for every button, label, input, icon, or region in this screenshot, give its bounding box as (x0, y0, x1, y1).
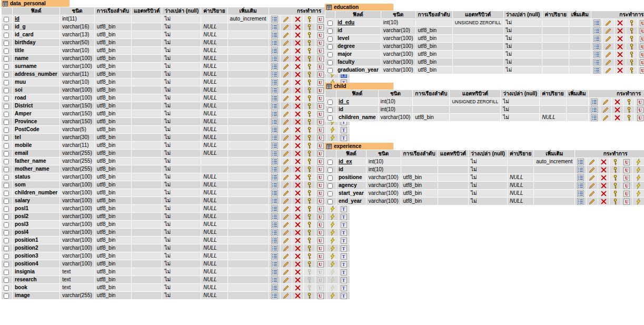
primary-key-icon[interactable] (306, 253, 313, 260)
edit-pencil-icon[interactable] (283, 134, 290, 141)
edit-pencil-icon[interactable] (283, 245, 290, 252)
row-checkbox[interactable] (4, 33, 9, 38)
unique-index-icon[interactable]: U (318, 198, 324, 204)
browse-icon[interactable] (271, 63, 278, 70)
row-checkbox[interactable] (4, 206, 9, 212)
drop-x-icon[interactable] (600, 159, 607, 165)
fulltext-icon[interactable]: T (341, 261, 348, 268)
browse-icon[interactable] (271, 134, 278, 141)
edit-pencil-icon[interactable] (602, 114, 609, 121)
row-checkbox[interactable] (4, 17, 9, 22)
drop-x-icon[interactable] (294, 292, 301, 299)
unique-index-icon[interactable]: U (318, 79, 324, 86)
edit-pencil-icon[interactable] (589, 182, 596, 189)
row-checkbox[interactable] (4, 56, 9, 62)
index-lightning-icon[interactable] (329, 261, 336, 268)
primary-key-icon[interactable] (306, 261, 313, 268)
browse-icon[interactable] (593, 27, 600, 34)
edit-pencil-icon[interactable] (283, 119, 290, 125)
drop-x-icon[interactable] (617, 19, 623, 26)
drop-x-icon[interactable] (600, 190, 607, 197)
unique-index-icon[interactable]: U (318, 166, 324, 173)
unique-index-icon[interactable]: U (318, 150, 324, 157)
edit-pencil-icon[interactable] (605, 51, 612, 58)
unique-index-icon[interactable]: U (318, 261, 324, 268)
edit-pencil-icon[interactable] (589, 166, 596, 173)
edit-pencil-icon[interactable] (283, 284, 290, 291)
drop-x-icon[interactable] (294, 79, 301, 86)
edit-pencil-icon[interactable] (283, 229, 290, 236)
index-lightning-icon[interactable] (329, 245, 336, 252)
primary-key-icon[interactable] (306, 79, 313, 86)
drop-x-icon[interactable] (294, 32, 301, 38)
edit-pencil-icon[interactable] (283, 205, 290, 212)
unique-index-icon[interactable]: U (318, 40, 324, 46)
browse-icon[interactable] (271, 150, 278, 157)
browse-icon[interactable] (271, 158, 278, 165)
drop-x-icon[interactable] (294, 95, 301, 102)
edit-pencil-icon[interactable] (283, 269, 290, 275)
drop-x-icon[interactable] (294, 24, 301, 31)
edit-pencil-icon[interactable] (605, 27, 612, 34)
row-checkbox[interactable] (328, 60, 333, 65)
row-checkbox[interactable] (4, 167, 9, 172)
edit-pencil-icon[interactable] (283, 32, 290, 38)
index-lightning-icon[interactable] (635, 166, 642, 173)
drop-x-icon[interactable] (294, 205, 301, 212)
unique-index-icon[interactable]: U (318, 87, 324, 94)
edit-pencil-icon[interactable] (589, 190, 596, 197)
drop-x-icon[interactable] (294, 198, 301, 204)
primary-key-icon[interactable] (628, 35, 635, 42)
row-checkbox[interactable] (4, 222, 9, 228)
drop-x-icon[interactable] (617, 51, 623, 58)
browse-icon[interactable] (591, 114, 598, 121)
browse-icon[interactable] (271, 119, 278, 125)
primary-key-icon[interactable] (306, 40, 313, 46)
unique-index-icon[interactable]: U (318, 253, 324, 260)
drop-x-icon[interactable] (614, 114, 621, 121)
primary-key-icon[interactable] (626, 114, 632, 121)
unique-index-icon[interactable]: U (318, 126, 324, 133)
edit-pencil-icon[interactable] (283, 79, 290, 86)
drop-x-icon[interactable] (600, 182, 607, 189)
browse-icon[interactable] (271, 55, 278, 62)
drop-x-icon[interactable] (294, 55, 301, 62)
browse-icon[interactable] (271, 32, 278, 38)
primary-key-icon[interactable] (306, 95, 313, 102)
edit-pencil-icon[interactable] (589, 159, 596, 165)
browse-icon[interactable] (271, 142, 278, 149)
edit-pencil-icon[interactable] (283, 126, 290, 133)
primary-key-icon[interactable] (612, 174, 619, 181)
drop-x-icon[interactable] (294, 119, 301, 125)
index-lightning-icon[interactable] (329, 253, 336, 260)
index-lightning-icon[interactable] (329, 292, 336, 299)
primary-key-icon[interactable] (628, 27, 635, 34)
unique-index-icon[interactable]: U (640, 67, 644, 74)
edit-pencil-icon[interactable] (589, 198, 596, 205)
primary-key-icon[interactable] (306, 111, 313, 117)
drop-x-icon[interactable] (294, 142, 301, 149)
row-checkbox[interactable] (4, 262, 9, 267)
row-checkbox[interactable] (4, 238, 9, 243)
edit-pencil-icon[interactable] (283, 198, 290, 204)
unique-index-icon[interactable]: U (640, 59, 644, 66)
primary-key-icon[interactable] (306, 245, 313, 252)
unique-index-icon[interactable]: U (640, 27, 644, 34)
index-lightning-icon[interactable] (635, 198, 642, 205)
browse-icon[interactable] (271, 71, 278, 78)
row-checkbox[interactable] (328, 183, 333, 189)
row-checkbox[interactable] (328, 68, 333, 73)
row-checkbox[interactable] (4, 72, 9, 77)
unique-index-icon[interactable]: U (318, 111, 324, 117)
unique-index-icon[interactable]: U (623, 198, 630, 205)
unique-index-icon[interactable]: U (318, 71, 324, 78)
browse-icon[interactable] (271, 284, 278, 291)
drop-x-icon[interactable] (600, 166, 607, 173)
row-checkbox[interactable] (4, 112, 9, 117)
row-checkbox[interactable] (4, 230, 9, 235)
fulltext-icon[interactable]: T (341, 237, 348, 244)
browse-icon[interactable] (271, 16, 278, 23)
edit-pencil-icon[interactable] (283, 221, 290, 228)
browse-icon[interactable] (271, 198, 278, 204)
index-lightning-icon[interactable] (329, 205, 336, 212)
